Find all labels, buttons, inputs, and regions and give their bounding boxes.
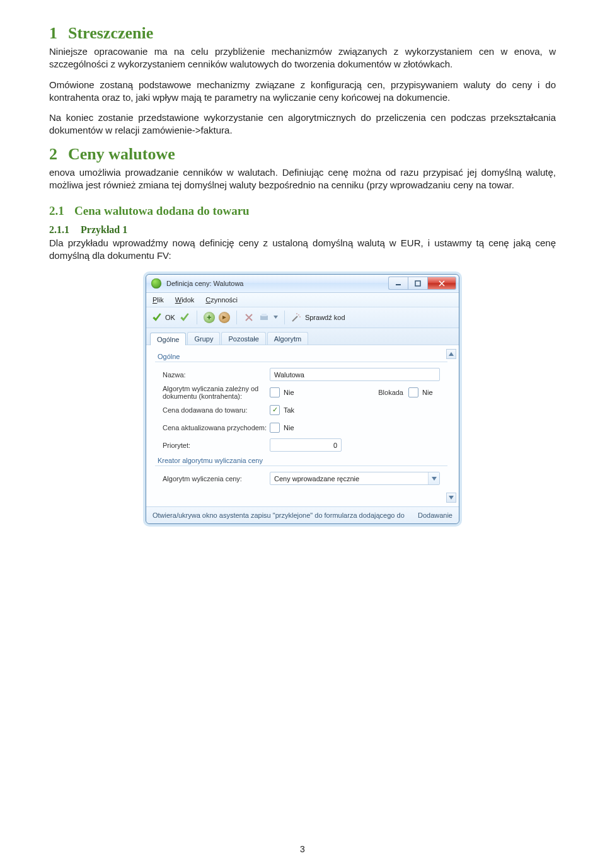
svg-point-6 xyxy=(296,313,297,314)
tab-ogolne[interactable]: Ogólne xyxy=(150,333,186,345)
checkbox-label: Nie xyxy=(284,389,294,396)
add-button[interactable]: + xyxy=(204,312,215,323)
heading-2-1: 2.1Cena walutowa dodana do towaru xyxy=(49,204,556,218)
minimize-button[interactable] xyxy=(388,277,408,290)
heading-2-1-1: 2.1.1Przykład 1 xyxy=(49,224,556,236)
next-button[interactable] xyxy=(219,312,230,323)
row-priorytet: Priorytet: 0 xyxy=(155,438,447,453)
page-number: 3 xyxy=(0,844,605,854)
heading-number: 2.1.1 xyxy=(49,224,81,236)
label-cena-aktualizowana: Cena aktualizowana przychodem: xyxy=(163,424,270,431)
heading-1-streszczenie: 1Streszczenie xyxy=(49,24,556,43)
input-priorytet[interactable]: 0 xyxy=(270,438,342,452)
tab-pozostale[interactable]: Pozostałe xyxy=(221,332,265,345)
svg-point-4 xyxy=(298,314,299,316)
body-paragraph: Na koniec zostanie przedstawione wykorzy… xyxy=(49,111,556,137)
toolbar: OK + Sprawdź kod xyxy=(146,307,459,328)
row-algorytm-wyliczenia: Algorytm wyliczenia ceny: Ceny wprowadza… xyxy=(155,471,447,486)
tab-algorytm[interactable]: Algorytm xyxy=(267,332,308,345)
check-icon xyxy=(151,312,163,323)
svg-rect-3 xyxy=(262,314,267,316)
checkbox-label: Tak xyxy=(284,406,294,414)
heading-text: Streszczenie xyxy=(68,24,153,42)
select-algorytm-wyliczenia[interactable]: Ceny wprowadzane ręcznie xyxy=(270,472,440,485)
group-ogolne[interactable]: Ogólne xyxy=(155,351,447,362)
checkbox-cena-aktualizowana[interactable]: Nie xyxy=(270,423,333,433)
chevron-down-icon xyxy=(274,316,278,319)
close-icon xyxy=(438,280,446,287)
checkbox-box-checked xyxy=(270,405,280,415)
menu-czynnosci[interactable]: Czynności xyxy=(205,296,238,304)
scroll-down-button[interactable] xyxy=(446,493,456,503)
app-icon xyxy=(151,278,161,288)
input-nazwa[interactable]: Walutowa xyxy=(270,368,440,381)
dialog-body: Ogólne Nazwa: Walutowa Algorytm wyliczan… xyxy=(146,345,459,506)
tabstrip: Ogólne Grupy Pozostałe Algorytm xyxy=(146,328,459,345)
svg-rect-0 xyxy=(396,284,401,285)
tab-grupy[interactable]: Grupy xyxy=(187,332,220,345)
label-blokada: Blokada xyxy=(364,389,408,396)
checkbox-box xyxy=(270,423,280,433)
sprawdz-kod-button[interactable]: Sprawdź kod xyxy=(305,314,345,321)
label-algorytm-wyliczenia: Algorytm wyliczenia ceny: xyxy=(163,475,270,483)
print-icon[interactable] xyxy=(258,312,270,323)
svg-point-5 xyxy=(299,316,301,317)
menu-widok[interactable]: Widok xyxy=(175,296,195,304)
menubar: Plik Widok Czynności xyxy=(146,293,459,307)
checkbox-blokada[interactable]: Nie xyxy=(408,387,471,397)
scroll-up-button[interactable] xyxy=(446,349,456,359)
toolbar-separator xyxy=(236,311,237,324)
maximize-icon xyxy=(415,280,421,287)
ok-button[interactable]: OK xyxy=(151,312,175,323)
minimize-icon xyxy=(395,280,401,287)
delete-icon[interactable] xyxy=(243,312,255,323)
ok-label: OK xyxy=(165,314,175,321)
dropdown-button[interactable] xyxy=(428,472,439,484)
checkbox-label: Nie xyxy=(422,389,433,396)
label-priorytet: Priorytet: xyxy=(163,442,270,449)
status-mode: Dodawanie xyxy=(418,511,452,519)
select-value: Ceny wprowadzane ręcznie xyxy=(274,475,428,483)
wand-icon[interactable] xyxy=(291,312,301,323)
chevron-down-icon xyxy=(432,477,437,481)
label-alg-zalezny: Algorytm wyliczania zależny od dokumentu… xyxy=(163,385,270,400)
label-cena-dodawana: Cena dodawana do towaru: xyxy=(163,406,270,414)
window-title: Definicja ceny: Walutowa xyxy=(166,280,388,287)
checkbox-alg-zalezny[interactable]: Nie xyxy=(270,387,333,397)
heading-number: 1 xyxy=(49,24,68,43)
group-kreator[interactable]: Kreator algorytmu wyliczania ceny xyxy=(155,455,447,466)
toolbar-separator xyxy=(197,311,197,324)
window-titlebar[interactable]: Definicja ceny: Walutowa xyxy=(146,275,459,293)
body-paragraph: Omówione zostaną podstawowe mechanizmy z… xyxy=(49,79,556,105)
toolbar-dropdown[interactable] xyxy=(274,312,278,323)
heading-text: Cena walutowa dodana do towaru xyxy=(74,204,250,217)
row-nazwa: Nazwa: Walutowa xyxy=(155,367,447,382)
menu-plik[interactable]: Plik xyxy=(153,296,164,304)
dialog-definicja-ceny: Definicja ceny: Walutowa Plik Widok Czyn… xyxy=(146,274,459,524)
window-controls xyxy=(388,277,456,290)
heading-text: Ceny walutowe xyxy=(68,145,175,163)
chevron-up-icon xyxy=(449,352,454,356)
apply-icon[interactable] xyxy=(179,312,190,323)
checkbox-label: Nie xyxy=(284,424,294,431)
arrow-right-icon xyxy=(221,314,228,321)
checkbox-cena-dodawana[interactable]: Tak xyxy=(270,405,333,415)
checkbox-box xyxy=(408,387,418,397)
maximize-button[interactable] xyxy=(408,277,428,290)
heading-2-ceny-walutowe: 2Ceny walutowe xyxy=(49,145,556,164)
svg-rect-2 xyxy=(260,316,268,320)
group-label: Kreator algorytmu wyliczania ceny xyxy=(158,457,263,464)
document-page: 1Streszczenie Niniejsze opracowanie ma n… xyxy=(0,0,605,868)
row-cena-dodawana: Cena dodawana do towaru: Tak xyxy=(155,403,447,418)
row-alg-zalezny: Algorytm wyliczania zależny od dokumentu… xyxy=(155,385,447,400)
chevron-down-icon xyxy=(449,496,454,500)
close-button[interactable] xyxy=(428,277,456,290)
group-label: Ogólne xyxy=(158,353,180,360)
heading-number: 2.1 xyxy=(49,204,74,218)
heading-number: 2 xyxy=(49,145,68,164)
label-nazwa: Nazwa: xyxy=(163,371,270,379)
body-paragraph: Niniejsze opracowanie ma na celu przybli… xyxy=(49,45,556,71)
row-cena-aktualizowana: Cena aktualizowana przychodem: Nie xyxy=(155,420,447,435)
heading-text: Przykład 1 xyxy=(81,224,127,235)
svg-rect-1 xyxy=(415,281,420,286)
